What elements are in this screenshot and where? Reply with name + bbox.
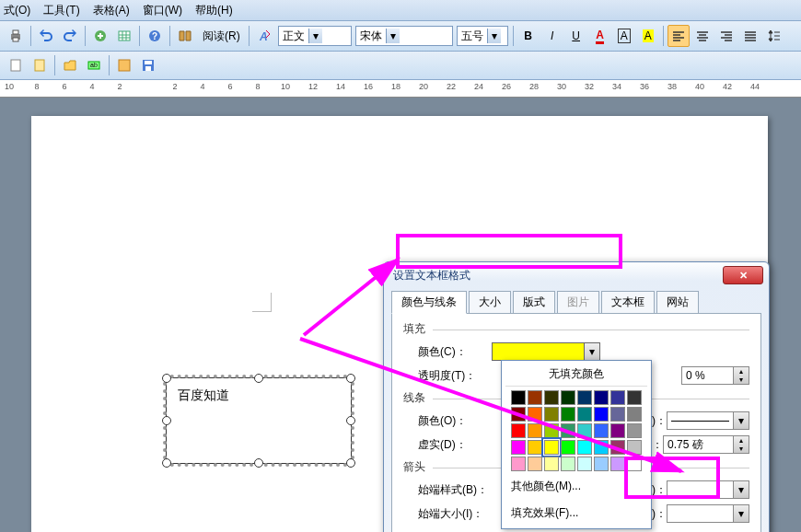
chevron-down-icon[interactable]: ▾	[584, 343, 599, 360]
more-colors-option[interactable]: 其他颜色(M)...	[505, 475, 647, 498]
no-fill-option[interactable]: 无填充颜色	[505, 364, 647, 387]
bold-icon[interactable]: B	[517, 25, 540, 47]
resize-handle-e[interactable]	[346, 416, 355, 425]
save-icon[interactable]	[137, 54, 159, 76]
end-style-select[interactable]: ▾	[667, 480, 749, 499]
color-swatch[interactable]	[577, 457, 592, 471]
fill-color-picker[interactable]: ▾	[492, 342, 600, 361]
end-size-select[interactable]: ▾	[667, 504, 749, 523]
color-swatch[interactable]	[544, 457, 559, 471]
resize-handle-nw[interactable]	[162, 374, 171, 383]
color-swatch[interactable]	[561, 440, 575, 455]
color-swatch[interactable]	[528, 440, 542, 455]
select-icon[interactable]	[113, 54, 135, 76]
close-button[interactable]: ✕	[723, 266, 763, 284]
color-swatch[interactable]	[528, 407, 542, 422]
color-swatch[interactable]	[544, 423, 559, 438]
color-swatch[interactable]	[577, 423, 592, 438]
italic-icon[interactable]: I	[541, 25, 563, 47]
underline-icon[interactable]: U	[565, 25, 587, 47]
color-swatch[interactable]	[594, 390, 609, 405]
color-swatch[interactable]	[627, 457, 642, 471]
horizontal-ruler[interactable]: 1086422468101214161820222426283032343638…	[0, 80, 801, 98]
text-box-content[interactable]: 百度知道	[167, 378, 351, 413]
chevron-down-icon[interactable]: ▾	[733, 412, 749, 429]
highlight-icon[interactable]: A	[637, 25, 659, 47]
link-icon[interactable]	[89, 25, 111, 47]
color-swatch[interactable]	[511, 423, 526, 438]
chevron-down-icon[interactable]: ▾	[733, 505, 749, 522]
tab-color-line[interactable]: 颜色与线条	[391, 291, 467, 314]
line-spacing-icon[interactable]	[763, 25, 785, 47]
line-style-select[interactable]: ▾	[667, 411, 749, 430]
highlight-tool-icon[interactable]: ab	[83, 54, 105, 76]
color-swatch[interactable]	[561, 390, 575, 405]
color-swatch[interactable]	[577, 440, 592, 455]
color-swatch[interactable]	[627, 390, 642, 405]
chevron-down-icon[interactable]: ▾	[733, 481, 749, 498]
color-swatch[interactable]	[627, 407, 642, 422]
dialog-titlebar[interactable]: 设置文本框格式 ✕	[384, 262, 769, 288]
resize-handle-sw[interactable]	[162, 458, 171, 468]
color-swatch[interactable]	[544, 390, 559, 405]
line-weight-spinner[interactable]: 0.75 磅▴▾	[663, 435, 749, 454]
menu-table[interactable]: 表格(A)	[93, 3, 130, 18]
resize-handle-s[interactable]	[254, 458, 263, 468]
resize-handle-n[interactable]	[254, 374, 263, 383]
help-icon[interactable]: ?	[144, 25, 166, 47]
tab-layout[interactable]: 版式	[513, 291, 555, 314]
color-swatch[interactable]	[610, 457, 625, 471]
text-box[interactable]: 百度知道	[166, 377, 352, 464]
transparency-spinner[interactable]: 0 %▴▾	[681, 366, 749, 385]
color-swatch[interactable]	[594, 423, 609, 438]
doc-icon[interactable]	[29, 54, 51, 76]
resize-handle-se[interactable]	[346, 458, 355, 468]
color-swatch[interactable]	[561, 457, 575, 471]
menu-help[interactable]: 帮助(H)	[195, 3, 233, 18]
color-swatch[interactable]	[511, 440, 526, 455]
folder-icon[interactable]	[59, 54, 81, 76]
fill-effects-option[interactable]: 填充效果(F)...	[505, 502, 647, 525]
color-swatch[interactable]	[528, 457, 542, 471]
align-right-icon[interactable]	[715, 25, 737, 47]
format-paint-icon[interactable]: A	[253, 25, 275, 47]
color-swatch[interactable]	[594, 457, 609, 471]
tab-textbox[interactable]: 文本框	[601, 291, 655, 314]
size-combo[interactable]: 五号▾	[457, 26, 508, 46]
color-swatch[interactable]	[627, 423, 642, 438]
read-button[interactable]: 阅读(R)	[198, 25, 245, 47]
tab-size[interactable]: 大小	[469, 291, 511, 314]
book-icon[interactable]	[174, 25, 196, 47]
chevron-down-icon[interactable]: ▾	[308, 29, 322, 43]
color-swatch[interactable]	[577, 390, 592, 405]
new-doc-icon[interactable]	[5, 54, 27, 76]
color-swatch[interactable]	[610, 407, 625, 422]
color-swatch[interactable]	[577, 407, 592, 422]
align-justify-icon[interactable]	[739, 25, 761, 47]
menu-tools[interactable]: 工具(T)	[43, 3, 79, 18]
font-combo[interactable]: 宋体▾	[355, 26, 453, 46]
style-combo[interactable]: 正文▾	[278, 26, 352, 46]
print-icon[interactable]	[5, 25, 27, 47]
align-center-icon[interactable]	[691, 25, 714, 47]
color-swatch[interactable]	[528, 423, 542, 438]
color-swatch[interactable]	[594, 440, 609, 455]
tab-web[interactable]: 网站	[656, 291, 699, 314]
chevron-down-icon[interactable]: ▾	[487, 29, 501, 43]
color-swatch[interactable]	[627, 440, 642, 455]
color-swatch[interactable]	[511, 407, 526, 422]
align-left-icon[interactable]	[668, 25, 690, 47]
resize-handle-w[interactable]	[162, 416, 171, 425]
color-swatch[interactable]	[610, 423, 625, 438]
color-swatch[interactable]	[610, 390, 625, 405]
font-color-icon[interactable]: A	[589, 25, 611, 47]
color-swatch[interactable]	[544, 407, 559, 422]
redo-icon[interactable]	[59, 25, 81, 47]
color-swatch[interactable]	[528, 390, 542, 405]
char-border-icon[interactable]: A	[613, 25, 635, 47]
color-swatch[interactable]	[511, 457, 526, 471]
color-swatch[interactable]	[544, 440, 559, 455]
color-swatch[interactable]	[511, 390, 526, 405]
color-swatch[interactable]	[561, 423, 575, 438]
menu-window[interactable]: 窗口(W)	[143, 3, 182, 18]
